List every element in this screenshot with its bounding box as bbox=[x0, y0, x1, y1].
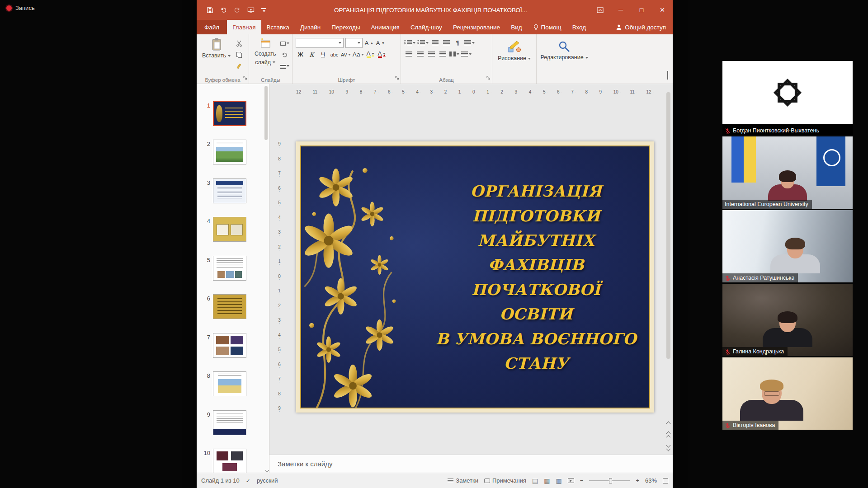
format-painter-button[interactable] bbox=[234, 61, 245, 70]
align-left-button[interactable] bbox=[404, 49, 414, 59]
dialog-launcher-paragraph[interactable] bbox=[486, 74, 491, 82]
line-spacing-button[interactable] bbox=[464, 38, 475, 47]
slide-thumbnail-5[interactable]: 5 bbox=[197, 256, 269, 282]
panel-scrollbar[interactable] bbox=[264, 86, 269, 459]
slide-thumbnail-6[interactable]: 6 bbox=[197, 294, 269, 320]
slide-thumbnail-4[interactable]: 4 bbox=[197, 217, 269, 243]
italic-button[interactable]: К bbox=[307, 50, 316, 59]
paste-button[interactable]: Вставить bbox=[199, 36, 234, 70]
dialog-launcher-font[interactable] bbox=[395, 74, 399, 82]
tab-review[interactable]: Рецензирование bbox=[448, 20, 505, 34]
bold-button[interactable]: Ж bbox=[296, 50, 305, 59]
start-slideshow-button[interactable] bbox=[247, 7, 255, 14]
slide-title-textbox[interactable]: ОРГАНІЗАЦІЯ ПІДГОТОВКИ МАЙБУТНІХ ФАХІВЦІ… bbox=[434, 179, 639, 375]
undo-button[interactable] bbox=[220, 7, 227, 14]
vertical-scrollbar[interactable] bbox=[665, 89, 671, 451]
text-align-vertical-button[interactable] bbox=[461, 49, 472, 59]
bullets-button[interactable] bbox=[404, 38, 415, 47]
previous-slide-button[interactable] bbox=[665, 431, 671, 439]
new-slide-button[interactable]: Создать слайд bbox=[251, 36, 279, 70]
justify-button[interactable] bbox=[438, 49, 448, 59]
tab-design[interactable]: Дизайн bbox=[295, 20, 326, 34]
notes-pane[interactable]: Заметки к слайду bbox=[269, 455, 673, 473]
text-highlight-button[interactable]: А bbox=[366, 50, 375, 59]
save-button[interactable] bbox=[207, 7, 213, 14]
panel-scrollbar-thumb[interactable] bbox=[264, 86, 268, 140]
decrease-indent-button[interactable] bbox=[430, 38, 440, 47]
zoom-slider-handle[interactable] bbox=[609, 478, 612, 483]
slide-thumbnail-8[interactable]: 8 bbox=[197, 371, 269, 397]
cut-button[interactable] bbox=[234, 39, 245, 48]
maximize-button[interactable]: □ bbox=[631, 0, 652, 20]
numbering-button[interactable] bbox=[417, 38, 429, 47]
zoom-level[interactable]: 63% bbox=[645, 477, 657, 484]
participant-tile-2[interactable]: International European University bbox=[722, 136, 853, 209]
editing-button[interactable]: Редактирование bbox=[539, 39, 590, 63]
strikethrough-button[interactable]: abc bbox=[330, 50, 339, 59]
next-slide-button[interactable] bbox=[665, 443, 671, 451]
columns-button[interactable] bbox=[449, 49, 459, 59]
tab-insert[interactable]: Вставка bbox=[261, 20, 295, 34]
tab-home[interactable]: Главная bbox=[227, 20, 261, 34]
slide-layout-button[interactable] bbox=[279, 39, 290, 48]
customize-qat-button[interactable] bbox=[261, 8, 266, 12]
redo-button[interactable] bbox=[234, 7, 241, 14]
slide-thumbnail-1[interactable]: 1 bbox=[197, 101, 269, 127]
slide-thumbnail-10[interactable]: 10 bbox=[197, 449, 269, 473]
font-color-button[interactable]: А bbox=[377, 50, 387, 59]
font-size-combo[interactable] bbox=[345, 38, 363, 48]
spell-check-button[interactable]: ✓ bbox=[246, 478, 250, 484]
underline-button[interactable]: Ч bbox=[318, 50, 328, 59]
slide-thumbnail-2[interactable]: 2 bbox=[197, 140, 269, 165]
grow-font-button[interactable]: А▲ bbox=[364, 38, 374, 48]
dialog-launcher-clipboard[interactable] bbox=[243, 74, 247, 82]
slide-thumbnail-7[interactable]: 7 bbox=[197, 333, 269, 359]
reset-slide-button[interactable] bbox=[279, 50, 290, 59]
participant-tile-3[interactable]: Анастасія Ратушинська bbox=[722, 210, 853, 282]
notes-toggle-button[interactable]: Заметки bbox=[448, 477, 478, 484]
align-center-button[interactable] bbox=[415, 49, 425, 59]
scrollbar-thumb[interactable] bbox=[666, 92, 670, 359]
shrink-font-button[interactable]: А▼ bbox=[376, 38, 385, 48]
slide-thumbnail-9[interactable]: 9 bbox=[197, 410, 269, 436]
zoom-in-button[interactable]: + bbox=[636, 477, 639, 484]
collapse-ribbon-button[interactable] bbox=[667, 72, 668, 80]
comments-toggle-button[interactable]: Примечания bbox=[484, 477, 526, 484]
section-button[interactable] bbox=[279, 61, 290, 70]
align-right-button[interactable] bbox=[427, 49, 436, 59]
minimize-button[interactable]: ─ bbox=[610, 0, 631, 20]
slide-thumbnail-3[interactable]: 3 bbox=[197, 178, 269, 204]
tab-transitions[interactable]: Переходы bbox=[326, 20, 365, 34]
close-button[interactable]: × bbox=[652, 0, 673, 20]
tab-slideshow[interactable]: Слайд-шоу bbox=[405, 20, 448, 34]
normal-view-button[interactable]: ▤ bbox=[532, 477, 538, 484]
ribbon-display-options-button[interactable] bbox=[590, 0, 610, 20]
tab-view[interactable]: Вид bbox=[505, 20, 527, 34]
increase-indent-button[interactable] bbox=[442, 38, 451, 47]
tab-animations[interactable]: Анимация bbox=[366, 20, 405, 34]
tab-file[interactable]: Файл bbox=[197, 20, 227, 34]
font-name-combo[interactable] bbox=[296, 38, 344, 48]
participant-tile-5[interactable]: Вікторія Іванова bbox=[722, 357, 853, 430]
language-button[interactable]: русский bbox=[257, 477, 278, 484]
tell-me-button[interactable]: Помощ bbox=[528, 20, 567, 34]
sign-in-button[interactable]: Вход bbox=[567, 20, 592, 34]
text-direction-button[interactable]: ¶ bbox=[453, 38, 462, 47]
share-button[interactable]: Общий доступ bbox=[609, 20, 673, 34]
zoom-slider[interactable] bbox=[589, 480, 630, 481]
character-spacing-button[interactable]: AV bbox=[341, 50, 351, 59]
slideshow-view-button[interactable] bbox=[568, 478, 574, 483]
panel-scroll-down-button[interactable] bbox=[265, 469, 269, 472]
participant-tile-4[interactable]: Галина Кондрацька bbox=[722, 284, 853, 356]
fit-to-window-button[interactable] bbox=[663, 478, 668, 483]
slide-sorter-view-button[interactable]: ▦ bbox=[544, 477, 550, 484]
drawing-button[interactable]: Рисование bbox=[495, 39, 534, 64]
scroll-up-button[interactable] bbox=[665, 419, 671, 427]
copy-button[interactable] bbox=[234, 50, 245, 59]
zoom-out-button[interactable]: − bbox=[580, 477, 584, 484]
change-case-button[interactable]: Аа bbox=[353, 50, 364, 59]
participant-tile-1[interactable]: Богдан Пионтковский-Выхватень bbox=[722, 61, 853, 135]
slide-number: 9 bbox=[200, 411, 210, 418]
reading-view-button[interactable]: ▥ bbox=[556, 477, 562, 484]
slide-canvas[interactable]: ОРГАНІЗАЦІЯ ПІДГОТОВКИ МАЙБУТНІХ ФАХІВЦІ… bbox=[296, 141, 654, 413]
